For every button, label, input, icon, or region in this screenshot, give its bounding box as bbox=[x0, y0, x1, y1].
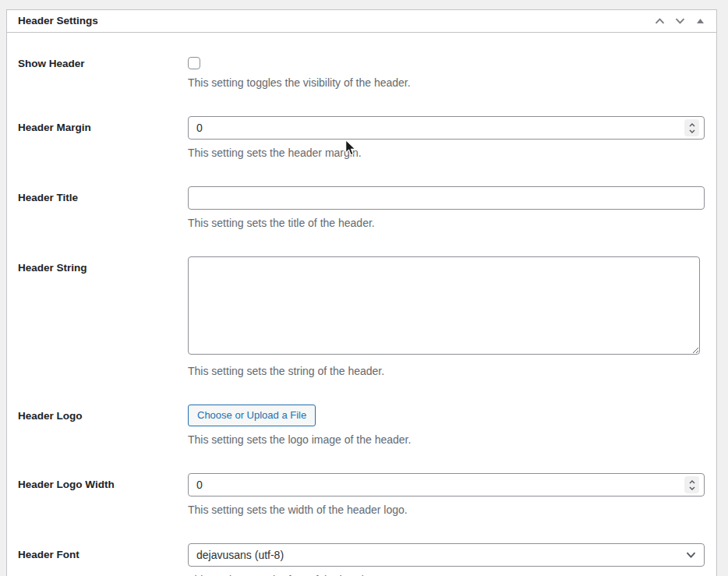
panel-title: Header Settings bbox=[7, 16, 98, 27]
header-string-label: Header String bbox=[18, 256, 188, 379]
header-font-selected-value: dejavusans (utf-8) bbox=[196, 549, 284, 561]
header-settings-panel: Header Settings Show Header This setting… bbox=[6, 9, 717, 576]
number-spinner-icon[interactable] bbox=[684, 119, 699, 136]
header-logo-description: This setting sets the logo image of the … bbox=[188, 432, 705, 447]
field-row-show-header: Show Header This setting toggles the vis… bbox=[18, 57, 705, 90]
show-header-checkbox[interactable] bbox=[188, 57, 200, 69]
header-title-label: Header Title bbox=[18, 186, 188, 231]
field-row-header-logo: Header Logo Choose or Upload a File This… bbox=[18, 405, 705, 447]
header-logo-width-label: Header Logo Width bbox=[18, 473, 188, 518]
header-title-description: This setting sets the title of the heade… bbox=[188, 215, 705, 231]
panel-header[interactable]: Header Settings bbox=[7, 10, 716, 33]
toggle-icon[interactable] bbox=[690, 11, 710, 31]
header-string-textarea[interactable] bbox=[188, 256, 700, 355]
show-header-label: Show Header bbox=[18, 57, 188, 90]
field-row-header-string: Header String This setting sets the stri… bbox=[18, 256, 705, 379]
field-row-header-font: Header Font dejavusans (utf-8) This sett… bbox=[18, 543, 705, 576]
header-string-description: This setting sets the string of the head… bbox=[188, 363, 705, 379]
header-margin-description: This setting sets the header margin. bbox=[188, 145, 705, 161]
header-title-input[interactable] bbox=[188, 186, 705, 210]
header-margin-input[interactable] bbox=[188, 116, 705, 140]
field-row-header-title: Header Title This setting sets the title… bbox=[18, 186, 705, 231]
header-logo-width-description: This setting sets the width of the heade… bbox=[188, 502, 705, 518]
header-font-description: This setting sets the font of the header… bbox=[188, 572, 705, 576]
show-header-description: This setting toggles the visibility of t… bbox=[188, 75, 705, 90]
chevron-down-icon bbox=[686, 552, 696, 558]
panel-header-icons bbox=[649, 11, 716, 31]
header-font-label: Header Font bbox=[18, 543, 188, 576]
move-up-icon[interactable] bbox=[649, 11, 670, 31]
header-font-select[interactable]: dejavusans (utf-8) bbox=[188, 543, 705, 567]
field-row-header-logo-width: Header Logo Width This setting sets the … bbox=[18, 473, 705, 518]
panel-body: Show Header This setting toggles the vis… bbox=[7, 33, 716, 576]
header-logo-width-input[interactable] bbox=[188, 473, 705, 496]
choose-upload-file-button[interactable]: Choose or Upload a File bbox=[188, 405, 316, 426]
number-spinner-icon[interactable] bbox=[684, 476, 699, 493]
move-down-icon[interactable] bbox=[670, 11, 690, 31]
header-logo-label: Header Logo bbox=[18, 405, 188, 447]
header-margin-label: Header Margin bbox=[18, 116, 188, 161]
field-row-header-margin: Header Margin This setting sets the head… bbox=[18, 116, 705, 161]
